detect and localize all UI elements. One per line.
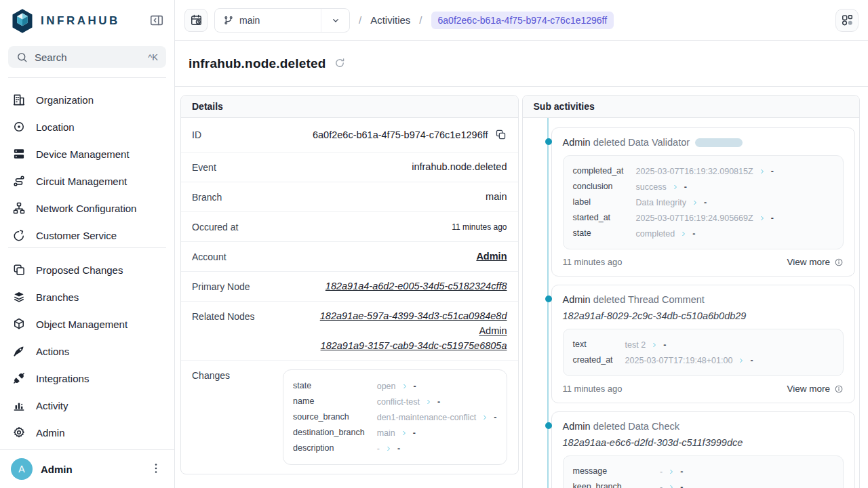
diff-prop-name: keep_branch (573, 481, 660, 488)
breadcrumb-separator: / (357, 14, 363, 26)
search-input[interactable]: Search ^K (8, 46, 166, 68)
content-area: Details ID 6a0f2e6c-b61a-4f75-b974-c76c1… (175, 87, 868, 488)
diff-row: name conflict-test- (293, 395, 496, 408)
diff-old-value: Data Integrity (636, 198, 686, 207)
diff-old-value: 2025-03-07T16:19:24.905669Z (636, 214, 753, 223)
node-links: 182a91a4-a6d2-e005-34d5-c5182324cff8 (326, 281, 507, 291)
gear-icon (12, 426, 26, 439)
detail-row-account: Account Admin (181, 242, 518, 272)
components-grid-icon (841, 14, 854, 26)
diff-new-value: - (684, 182, 687, 192)
copy-diff-icon (12, 263, 26, 277)
sidebar-item-organization[interactable]: Organization (8, 86, 166, 113)
sub-activity-props: text test 2- created_at 2025-03-07T17:19… (563, 329, 844, 376)
node-link[interactable]: 182a91a4-a6d2-e005-34d5-c5182324cff8 (326, 281, 507, 291)
chevron-right-icon (425, 399, 432, 405)
copy-button[interactable] (495, 129, 507, 141)
diff-table: completed_at 2025-03-07T16:19:32.090815Z… (573, 162, 774, 243)
details-rows: ID 6a0f2e6c-b61a-4f75-b974-c76c1e1296ff … (181, 118, 518, 474)
diff-row: description -- (293, 442, 496, 455)
sidebar-item-branches[interactable]: Branches (8, 283, 166, 310)
diff-prop-values: 2025-03-07T17:19:48+01:00- (625, 354, 753, 367)
sub-activity-node-id: 182a91af-8029-2c9c-34db-c510a6b0db29 (563, 310, 844, 321)
chevron-down-icon (330, 15, 341, 26)
sub-activity-props: message -- keep_branch -- enriched_confl… (563, 455, 844, 488)
detail-label: ID (192, 129, 201, 140)
sidebar-item-device-management[interactable]: Device Management (8, 140, 166, 167)
sidebar-item-location[interactable]: Location (8, 113, 166, 140)
diff-prop-name: message (573, 465, 660, 478)
sidebar-item-label: Activity (36, 400, 68, 411)
sidebar-item-activity[interactable]: Activity (8, 392, 166, 419)
chevron-right-icon (385, 445, 392, 452)
workflow-apps-button[interactable] (835, 9, 859, 32)
details-panel-title: Details (181, 96, 518, 118)
detail-row-occured-at: Occured at 11 minutes ago (181, 212, 518, 242)
diff-new-value: - (437, 397, 440, 407)
sub-activity-node-id: 182a91aa-e6c6-d2fd-303d-c511f3999dce (563, 437, 844, 448)
diff-prop-name: description (293, 442, 377, 455)
breadcrumb-activities-link[interactable]: Activities (370, 14, 410, 26)
topbar: main / Activities / 6a0f2e6c-b61a-4f75-b… (175, 0, 868, 41)
user-menu-button[interactable] (149, 462, 163, 476)
view-more-button[interactable]: View more (787, 384, 844, 394)
sidebar: INFRAHUB Search ^K Organization Location (0, 0, 175, 488)
diff-prop-name: created_at (573, 354, 625, 367)
sidebar-item-label: Object Management (36, 319, 127, 330)
chevron-right-icon (481, 414, 488, 421)
sidebar-item-proposed-changes[interactable]: Proposed Changes (8, 256, 166, 283)
view-more-button[interactable]: View more (787, 257, 844, 267)
diff-row: source_branch den1-maintenance-conflict- (293, 411, 496, 424)
node-link[interactable]: Admin (479, 325, 507, 336)
detail-row-related-nodes: Related Nodes 182a91ae-597a-4399-34d3-c5… (181, 302, 518, 361)
diff-prop-values: -- (660, 481, 685, 488)
sidebar-item-customer-service[interactable]: Customer Service (8, 222, 166, 247)
sitemap-icon (12, 201, 26, 215)
sidebar-item-object-management[interactable]: Object Management (8, 310, 166, 338)
timeline-dot (545, 296, 552, 302)
infrahub-logo-icon (11, 8, 34, 34)
branch-selector[interactable]: main (214, 8, 350, 33)
diff-table: message -- keep_branch -- enriched_confl… (573, 462, 686, 488)
diff-prop-name: label (573, 196, 636, 209)
node-link[interactable]: 182a91a9-3157-cab9-34dc-c51975e6805a (321, 340, 507, 351)
info-icon (834, 258, 844, 267)
sidebar-item-circuit-management[interactable]: Circuit Management (8, 167, 166, 195)
location-target-icon (12, 120, 26, 134)
refresh-button[interactable] (333, 57, 347, 70)
route-icon (12, 174, 26, 188)
diff-row: label Data Integrity- (573, 196, 774, 209)
avatar: A (11, 458, 33, 480)
chevron-right-icon (692, 199, 698, 206)
sidebar-item-label: Admin (36, 427, 65, 439)
branch-selector-caret[interactable] (321, 9, 349, 32)
time-travel-button[interactable] (184, 9, 208, 32)
chevron-right-icon (401, 430, 408, 436)
sidebar-user-footer: A Admin (0, 449, 174, 488)
user-name: Admin (41, 464, 73, 475)
breadcrumb-entity-id[interactable]: 6a0f2e6c-b61a-4f75-b974-c76c1e1296ff (431, 12, 614, 29)
sidebar-item-integrations[interactable]: Integrations (8, 365, 166, 392)
sidebar-collapse-button[interactable] (149, 13, 165, 29)
sidebar-item-actions[interactable]: Actions (8, 338, 166, 365)
account-link[interactable]: Admin (476, 251, 507, 262)
node-link[interactable]: 182a91ae-597a-4399-34d3-c51ca0984e8d (320, 310, 507, 321)
detail-label: Event (192, 161, 216, 173)
diff-prop-values: 2025-03-07T16:19:32.090815Z- (636, 165, 774, 178)
sub-activity-card: Admin deleted Data Validator completed_a… (551, 127, 856, 277)
sub-activity-time: 11 minutes ago (563, 257, 623, 267)
search-icon (16, 52, 28, 63)
sidebar-item-admin[interactable]: Admin (8, 419, 166, 446)
sub-activity-time: 11 minutes ago (563, 384, 623, 394)
detail-value: 11 minutes ago (452, 221, 507, 232)
sidebar-item-label: Proposed Changes (36, 264, 123, 276)
sidebar-item-label: Device Management (36, 148, 130, 160)
timeline-dot (545, 138, 552, 145)
diff-prop-values: main- (377, 426, 497, 439)
sidebar-item-label: Branches (36, 291, 79, 303)
branch-selector-value: main (215, 9, 321, 32)
chevron-right-icon (759, 215, 766, 222)
sidebar-item-network-configuration[interactable]: Network Configuration (8, 195, 166, 222)
diff-new-value: - (414, 382, 416, 391)
diff-new-value: - (771, 167, 774, 176)
